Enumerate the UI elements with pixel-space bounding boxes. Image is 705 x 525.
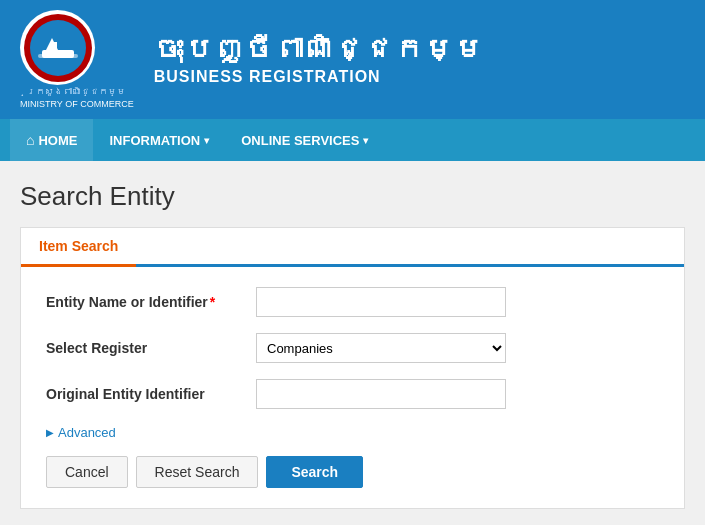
chevron-down-icon-2: ▾: [363, 135, 368, 146]
search-card: Item Search Entity Name or Identifier* S…: [20, 227, 685, 509]
logo-emblem: [24, 14, 92, 82]
select-register-label: Select Register: [46, 340, 246, 356]
khmer-title: ចុះបញ្ចីពាណិជ្ជកម្ម: [154, 33, 485, 67]
cancel-button[interactable]: Cancel: [46, 456, 128, 488]
nav-online-services[interactable]: ONLINE SERVICES ▾: [225, 119, 384, 161]
chevron-down-icon: ▾: [204, 135, 209, 146]
reset-search-button[interactable]: Reset Search: [136, 456, 259, 488]
button-row: Cancel Reset Search Search: [46, 456, 659, 488]
entity-name-input[interactable]: [256, 287, 506, 317]
original-entity-input[interactable]: [256, 379, 506, 409]
nav-home-label: HOME: [38, 133, 77, 148]
header-text: ចុះបញ្ចីពាណិជ្ជកម្ម BUSINESS REGISTRATIO…: [154, 33, 485, 87]
chevron-right-icon: ▶: [46, 427, 54, 438]
nav-online-services-label: ONLINE SERVICES: [241, 133, 359, 148]
search-form: Entity Name or Identifier* Select Regist…: [21, 267, 684, 508]
svg-rect-4: [54, 42, 57, 52]
nav-information[interactable]: INFORMATION ▾: [93, 119, 225, 161]
tab-item-search[interactable]: Item Search: [21, 228, 136, 267]
home-icon: ⌂: [26, 132, 34, 148]
svg-point-1: [30, 20, 86, 76]
nav-home[interactable]: ⌂ HOME: [10, 119, 93, 161]
tab-bar: Item Search: [21, 228, 684, 267]
original-entity-label: Original Entity Identifier: [46, 386, 246, 402]
main-content: Search Entity Item Search Entity Name or…: [0, 161, 705, 525]
required-marker: *: [210, 294, 215, 310]
tab-divider: [136, 264, 684, 267]
search-button[interactable]: Search: [266, 456, 363, 488]
logo-circle: [20, 10, 95, 85]
ministry-en: MINISTRY OF COMMERCE: [20, 99, 134, 109]
original-entity-row: Original Entity Identifier: [46, 379, 659, 409]
advanced-link[interactable]: ▶ Advanced: [46, 425, 659, 440]
page-title: Search Entity: [20, 181, 685, 212]
logo-area: ក្រសួងពាណិជ្ជកម្ម MINISTRY OF COMMERCE: [20, 10, 134, 109]
nav-information-label: INFORMATION: [109, 133, 200, 148]
page-header: ក្រសួងពាណិជ្ជកម្ម MINISTRY OF COMMERCE ច…: [0, 0, 705, 119]
select-register-row: Select Register Companies: [46, 333, 659, 363]
select-register-dropdown[interactable]: Companies: [256, 333, 506, 363]
entity-name-row: Entity Name or Identifier*: [46, 287, 659, 317]
svg-rect-5: [38, 54, 78, 58]
ministry-khmer: ក្រសួងពាណិជ្ជកម្ម: [20, 87, 134, 97]
entity-name-label: Entity Name or Identifier*: [46, 294, 246, 310]
english-title: BUSINESS REGISTRATION: [154, 68, 485, 86]
advanced-label: Advanced: [58, 425, 116, 440]
navbar: ⌂ HOME INFORMATION ▾ ONLINE SERVICES ▾: [0, 119, 705, 161]
